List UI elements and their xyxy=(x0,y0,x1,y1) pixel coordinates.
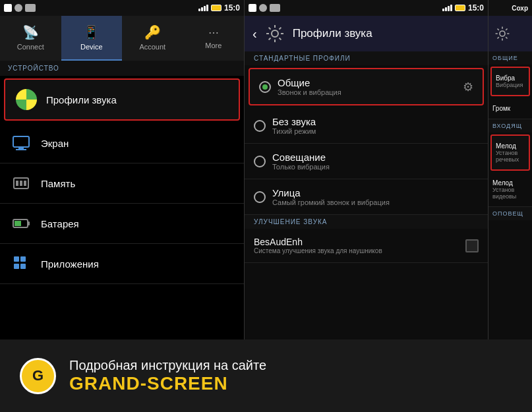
profile-info-silent: Без звука Тихий режим xyxy=(272,116,479,135)
svg-rect-11 xyxy=(20,256,26,262)
banner-text-top: Подробная инструкция на сайте xyxy=(69,358,266,373)
status-right-2: 15:0 xyxy=(442,3,484,13)
apps-icon xyxy=(11,253,32,274)
more-icon: ⋯ xyxy=(208,26,219,39)
profile-name-meeting: Совещание xyxy=(272,152,479,163)
panel-general-settings-partial: Сохр ОБЩИЕ Вибра Вибрация Громк ВХОДЯЩ xyxy=(488,0,532,339)
memory-svg-icon xyxy=(12,174,30,192)
banner-logo: G xyxy=(20,358,56,394)
svg-rect-5 xyxy=(20,181,22,186)
profile-item-meeting[interactable]: Совещание Только вибрация xyxy=(245,144,488,179)
status-bar-3: Сохр xyxy=(488,0,532,16)
p3-item-vibra[interactable]: Вибра Вибрация xyxy=(490,67,530,96)
svg-rect-6 xyxy=(24,181,26,186)
profile-item-silent[interactable]: Без звука Тихий режим xyxy=(245,108,488,144)
p3-vibra-sub: Вибрация xyxy=(496,82,525,88)
svg-rect-10 xyxy=(14,256,19,262)
svg-rect-2 xyxy=(16,149,26,150)
profile-item-general[interactable]: Общие Звонок и вибрация ⚙ xyxy=(249,68,484,105)
tab-connect[interactable]: 📡 Connect xyxy=(0,16,61,61)
gear-p3-icon xyxy=(494,25,511,42)
status-bar-2: 15:0 xyxy=(245,0,488,16)
bottom-banner: G Подробная инструкция на сайте GRAND-SC… xyxy=(0,339,532,412)
section-header-device: УСТРОЙСТВО xyxy=(0,61,244,76)
standard-profiles-header: СТАНДАРТНЫЕ ПРОФИЛИ xyxy=(245,51,488,65)
account-icon: 🔑 xyxy=(144,24,161,40)
panel-sound-profiles: 15:0 ‹ Профили звука СТАНДАРТНЫЕ ПРОФИЛИ… xyxy=(244,0,488,339)
panel-device: 15:0 📡 Connect 📱 Device 🔑 Account ⋯ More xyxy=(0,0,244,339)
tab-more-label: More xyxy=(205,42,222,49)
menu-item-apps[interactable]: Приложения xyxy=(0,244,244,284)
svg-point-15 xyxy=(500,31,505,36)
profile-item-street[interactable]: Улица Самый громкий звонок и вибрация xyxy=(245,179,488,215)
profile-sub-general: Звонок и вибрация xyxy=(278,88,456,96)
menu-item-sound[interactable]: Профили звука xyxy=(4,78,240,121)
svg-rect-8 xyxy=(28,221,30,225)
p3-item-melod1[interactable]: Мелод Установ речевых xyxy=(490,134,530,171)
battery-status-icon xyxy=(211,5,222,11)
clock-3: Сохр xyxy=(512,5,528,12)
radio-silent xyxy=(254,120,266,132)
profile-info-meeting: Совещание Только вибрация xyxy=(272,152,479,171)
svg-rect-0 xyxy=(13,136,29,147)
tab-device-label: Device xyxy=(80,43,103,51)
tab-account[interactable]: 🔑 Account xyxy=(122,16,183,61)
notif-icon-2 xyxy=(249,4,256,12)
enhancement-sub: Система улучшения звука для наушников xyxy=(254,247,459,254)
svg-rect-9 xyxy=(15,221,21,226)
status-right: 15:0 xyxy=(198,3,240,13)
clock-2: 15:0 xyxy=(468,3,484,13)
svg-rect-13 xyxy=(20,264,26,269)
tab-more[interactable]: ⋯ More xyxy=(183,16,245,61)
notification-icon xyxy=(4,4,12,12)
screen2-title: Профили звука xyxy=(293,27,372,40)
status-left-2 xyxy=(249,4,280,12)
status-left-icons xyxy=(4,4,36,12)
screen-svg-icon xyxy=(12,134,30,152)
memory-icon xyxy=(11,173,32,194)
p3-gromk-name: Громк xyxy=(492,105,528,112)
enhancement-header: УЛУЧШЕНИЕ ЗВУКА xyxy=(245,215,488,229)
p3-section-general: ОБЩИЕ xyxy=(488,51,532,65)
sound-profiles-header: ‹ Профили звука xyxy=(245,16,488,51)
tab-bar-1: 📡 Connect 📱 Device 🔑 Account ⋯ More xyxy=(0,16,244,61)
menu-item-battery[interactable]: Батарея xyxy=(0,204,244,244)
banner-text-container: Подробная инструкция на сайте GRAND-SCRE… xyxy=(69,358,266,394)
p3-melod2-sub: Установ видеовы xyxy=(492,187,528,200)
battery-status-2 xyxy=(455,5,465,11)
p3-section-incoming: ВХОДЯЩ xyxy=(488,119,532,132)
svg-point-14 xyxy=(272,30,278,37)
device-icon: 📱 xyxy=(83,24,100,40)
profile-sub-silent: Тихий режим xyxy=(272,127,479,135)
profile-info-street: Улица Самый громкий звонок и вибрация xyxy=(272,187,479,206)
profile-name-silent: Без звука xyxy=(272,116,479,127)
radio-meeting xyxy=(254,156,266,167)
checkbox-besaudenh[interactable] xyxy=(465,239,479,252)
sound-icon xyxy=(16,89,37,110)
menu-item-apps-label: Приложения xyxy=(41,258,99,270)
clock: 15:0 xyxy=(224,3,240,13)
menu-item-screen[interactable]: Экран xyxy=(0,123,244,163)
sim-icon xyxy=(15,4,22,12)
p3-item-gromk[interactable]: Громк xyxy=(488,98,532,119)
tab-device[interactable]: 📱 Device xyxy=(61,16,123,61)
p3-item-melod2[interactable]: Мелод Установ видеовы xyxy=(488,173,532,207)
profile-info-general: Общие Звонок и вибрация xyxy=(278,77,456,96)
back-button[interactable]: ‹ xyxy=(252,26,257,42)
menu-item-memory[interactable]: Память xyxy=(0,163,244,204)
gear-general-icon[interactable]: ⚙ xyxy=(463,80,473,94)
sound-profile-icon xyxy=(16,89,37,110)
profile-sub-street: Самый громкий звонок и вибрация xyxy=(272,198,479,206)
menu-item-screen-label: Экран xyxy=(41,138,69,149)
connect-icon: 📡 xyxy=(22,24,39,40)
p3-melod1-name: Мелод xyxy=(496,142,525,150)
enhancement-name: BesAudEnh xyxy=(254,237,459,247)
svg-rect-12 xyxy=(14,264,19,269)
svg-rect-4 xyxy=(16,181,18,186)
p3-melod2-name: Мелод xyxy=(492,179,528,187)
p3-section-notif: ОПОВЕЩ xyxy=(488,207,532,220)
brand-name: GRAND xyxy=(69,373,140,394)
enhancement-info: BesAudEnh Система улучшения звука для на… xyxy=(254,237,459,254)
menu-item-sound-label: Профили звука xyxy=(46,94,117,105)
enhancement-besaudenh[interactable]: BesAudEnh Система улучшения звука для на… xyxy=(245,229,488,263)
